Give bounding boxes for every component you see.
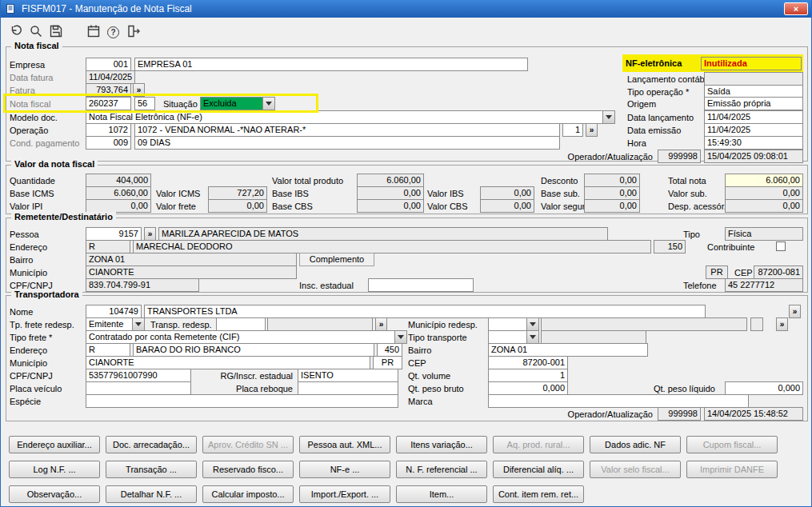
situacao-dropdown[interactable]: Excluida — [200, 97, 275, 110]
cond-pagamento-desc-field[interactable]: 09 DIAS — [134, 136, 560, 150]
rem-cep-label: CEP — [734, 267, 753, 278]
transp-operador-code-field: 999998 — [658, 407, 701, 421]
rem-municipio-label: Município — [10, 267, 47, 278]
operacao-qt-field[interactable]: 1 — [562, 123, 583, 137]
lancamento-contabil-label: Lançamento contábil — [627, 74, 709, 85]
button-diferencial-aliq[interactable]: Diferencial alíq. ... — [493, 461, 584, 478]
transp-cpf-cnpj-field[interactable]: 53577961007990 — [86, 369, 191, 382]
base-ibs-field: 0,00 — [357, 186, 424, 200]
fatura-field: 793,764 — [86, 83, 131, 97]
nome-lookup-button[interactable]: » — [789, 305, 801, 318]
app-icon — [4, 2, 17, 15]
exit-icon — [126, 24, 141, 41]
qt-peso-bruto-field[interactable]: 0,000 — [488, 381, 568, 395]
operacao-code-field[interactable]: 1072 — [86, 123, 131, 137]
button-dados-adic-nf[interactable]: Dados adic. NF — [590, 436, 681, 453]
transp-redesp-code-field[interactable] — [216, 317, 266, 331]
transp-endereco-tipo-field[interactable]: R — [86, 343, 130, 357]
desp-acessorias-label: Desp. acessór. — [668, 201, 726, 212]
transp-operador-label: Operador/Atualização — [486, 409, 653, 420]
municipio-redesp-dropdown[interactable] — [488, 317, 539, 331]
qt-volume-field[interactable]: 1 — [488, 369, 568, 382]
empresa-code-field[interactable]: 001 — [86, 58, 131, 71]
nota-fiscal-serie-field[interactable]: 56 — [134, 97, 155, 110]
transp-cep-field[interactable]: 87200-001 — [488, 356, 568, 369]
hora-field[interactable]: 15:49:30 — [704, 136, 803, 150]
help-button[interactable]: ? — [103, 22, 123, 42]
transp-municipio-field[interactable]: CIANORTE — [86, 356, 370, 369]
marca-field[interactable] — [488, 394, 749, 408]
cond-pagamento-code-field[interactable]: 009 — [86, 136, 131, 150]
button-cont-item-rem-ret[interactable]: Cont. item rem. ret... — [493, 485, 584, 503]
telefone-label: Telefone — [683, 280, 717, 291]
especie-field[interactable] — [86, 394, 398, 408]
modelo-doc-dropdown[interactable]: Nota Fiscal Eletrônica (NF-e) — [86, 110, 615, 124]
fatura-lookup-button[interactable]: » — [133, 83, 145, 97]
transp-endereco-field[interactable]: BARAO DO RIO BRANCO — [133, 343, 374, 357]
save-button[interactable] — [46, 22, 66, 42]
nome-field[interactable]: TRANSPORTES LTDA — [144, 305, 706, 318]
rem-cep-field: 87200-081 — [754, 265, 803, 279]
button-observacao[interactable]: Observação... — [9, 485, 100, 503]
tipo-frete-dropdown[interactable]: Contratado por conta Remetente (CIF) — [86, 330, 407, 344]
close-button[interactable]: × — [784, 2, 808, 15]
button-nfe[interactable]: NF-e ... — [299, 461, 390, 478]
exit-button[interactable] — [123, 22, 143, 42]
transp-uf-field[interactable]: PR — [373, 356, 402, 369]
total-nota-field[interactable]: 6.060,00 — [725, 174, 803, 187]
button-doc-arrecadacao[interactable]: Doc. arrecadação... — [106, 436, 197, 453]
button-aq-prod-rural: Aq. prod. rural... — [493, 436, 584, 453]
municipio-redesp-lookup-button[interactable]: » — [776, 317, 788, 331]
tipo-transporte-desc-field — [541, 330, 646, 344]
chevron-down-icon — [132, 318, 144, 330]
button-detalhar-nf[interactable]: Detalhar N.F. ... — [106, 485, 197, 503]
nome-code-field[interactable]: 104749 — [86, 305, 142, 318]
transp-bairro-field[interactable]: ZONA 01 — [488, 343, 648, 357]
pessoa-lookup-button[interactable]: » — [144, 227, 156, 241]
undo-icon — [9, 24, 23, 41]
button-transacao[interactable]: Transação ... — [106, 461, 197, 478]
button-endereco-auxiliar[interactable]: Endereço auxiliar... — [9, 436, 100, 453]
nota-fiscal-numero-field[interactable]: 260237 — [86, 97, 131, 110]
contribuinte-checkbox[interactable] — [776, 242, 786, 251]
rg-insc-label: RG/Inscr. estadual — [205, 370, 293, 381]
window-title: FISFM017 - Manutenção de Nota Fiscal — [22, 3, 192, 14]
data-lancamento-field[interactable]: 11/04/2025 — [704, 110, 803, 124]
rg-insc-field[interactable]: ISENTO — [298, 369, 398, 382]
application-window: FISFM017 - Manutenção de Nota Fiscal × ?… — [0, 0, 812, 507]
placa-veiculo-field[interactable] — [86, 381, 191, 395]
data-emissao-field[interactable]: 11/04/2025 — [704, 123, 803, 137]
button-reservado-fisco[interactable]: Reservado fisco... — [202, 461, 294, 478]
desconto-label: Desconto — [541, 175, 578, 186]
calendar-button[interactable] — [83, 22, 103, 42]
qt-peso-liquido-field[interactable]: 0,000 — [725, 381, 803, 395]
button-import-export[interactable]: Import./Export. ... — [299, 485, 390, 503]
button-pessoa-aut-xml[interactable]: Pessoa aut. XML... — [299, 436, 390, 453]
toolbar: ? — [6, 22, 143, 42]
placa-reboque-field[interactable] — [298, 381, 398, 395]
search-button[interactable] — [26, 22, 46, 42]
transp-redesp-lookup-button[interactable]: » — [375, 317, 387, 331]
button-item[interactable]: Item... — [396, 485, 487, 503]
insc-estadual-field[interactable] — [368, 278, 474, 292]
undo-button[interactable] — [6, 22, 26, 42]
operacao-desc-field[interactable]: 1072 - VENDA NORMAL -*NAO ATERAR-* — [134, 123, 560, 137]
tp-frete-redesp-label: Tp. frete redesp. — [10, 319, 74, 330]
transp-endereco-numero-field[interactable]: 450 — [377, 343, 402, 357]
empresa-name-field[interactable]: EMPRESA 01 — [134, 58, 528, 71]
button-log-nf[interactable]: Log N.F. ... — [9, 461, 100, 478]
operador-label: Operador/Atualização — [486, 151, 653, 162]
button-itens-variacao[interactable]: Itens variação... — [396, 436, 487, 453]
origem-label: Origem — [627, 98, 656, 110]
button-nf-referencial[interactable]: N. F. referencial ... — [396, 461, 487, 478]
origem-field[interactable]: Emissão própria — [704, 97, 803, 110]
group-nota-fiscal-legend: Nota fiscal — [11, 41, 62, 50]
tipo-transporte-dropdown[interactable] — [488, 330, 539, 344]
title-bar: FISFM017 - Manutenção de Nota Fiscal × — [1, 0, 811, 18]
operacao-lookup-button[interactable]: » — [586, 123, 598, 137]
button-calcular-imposto[interactable]: Calcular imposto... — [202, 485, 294, 503]
desconto-field: 0,00 — [584, 174, 640, 187]
modelo-doc-value: Nota Fiscal Eletrônica (NF-e) — [89, 112, 202, 122]
tp-frete-redesp-dropdown[interactable]: Emitente — [86, 317, 145, 331]
pessoa-code-field[interactable]: 9157 — [86, 227, 142, 241]
